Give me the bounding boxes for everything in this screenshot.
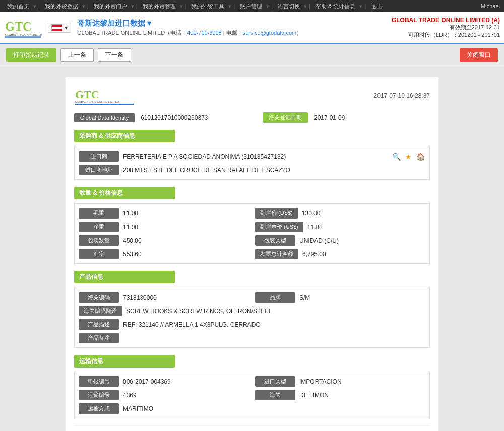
customs-date-value: 2017-01-09 (314, 114, 430, 121)
home-icon[interactable]: 🏠 (415, 152, 425, 162)
unit-price-value: 11.82 (307, 224, 425, 231)
packages-label: 包装数量 (79, 235, 119, 246)
prev-button[interactable]: 上一条 (60, 48, 94, 62)
product-desc-value: REF: 321140 // ARMELLA 1 4X3PULG. CERRAD… (123, 321, 425, 328)
nav-portal[interactable]: 我的外贸门户 (91, 1, 130, 12)
exchange-rate-value: 553.60 (123, 251, 249, 258)
field-icons: 🔍 ★ 🏠 (391, 152, 425, 162)
import-type-value: IMPORTACION (299, 378, 425, 385)
validity-date: 有效期至2017-12-31 (392, 24, 500, 31)
company-name: GLOBAL TRADE ONLINE LIMITED (A) (392, 17, 500, 24)
identity-label: Global Data Identity (74, 113, 135, 122)
importer-address-row: 进口商地址 200 MTS ESTE DEL CRUCE DE SAN RAFA… (79, 165, 425, 175)
header-title-area: 哥斯达黎加进口数据 ▾ GLOBAL TRADE ONLINE LIMITED（… (77, 19, 386, 37)
buyer-supplier-body: 进口商 FERRETERIA E P A SOCIEDAD ANONIMA (3… (74, 147, 430, 180)
transport-no-label: 运输编号 (79, 390, 119, 400)
nav-home[interactable]: 我的首页 (4, 1, 32, 12)
gross-weight-label: 毛重 (79, 208, 119, 219)
header-bar: GTC GLOBAL TRADE ONLINE LIMITED ▾ 哥斯达黎加进… (0, 12, 504, 44)
package-type-value: UNIDAD (C/U) (299, 237, 425, 244)
hs-code-label: 海关编码 (79, 292, 119, 303)
top-toolbar: 打印贸易记录 上一条 下一条 关闭窗口 (0, 44, 504, 66)
nav-trade-data[interactable]: 我的外贸数据 (42, 1, 81, 12)
net-weight-label: 净重 (79, 222, 119, 232)
product-desc-label: 产品描述 (79, 319, 119, 330)
importer-label: 进口商 (79, 151, 119, 162)
hs-description-row: 海关编码翻译 SCREW HOOKS & SCREW RINGS, OF IRO… (79, 306, 425, 316)
product-info-body: 海关编码 7318130000 品牌 S/M 海关编码翻译 SCREW HOOK… (74, 288, 430, 348)
importer-address-label: 进口商地址 (79, 165, 119, 175)
invoice-total-group: 发票总计金额 6,795.00 (255, 249, 425, 259)
qp-row1: 毛重 11.00 到岸价 (US$) 130.00 (79, 208, 425, 219)
importer-address-value: 200 MTS ESTE DEL CRUCE DE SAN RAFAEL DE … (123, 167, 425, 174)
declaration-no-label: 申报编号 (79, 376, 119, 387)
si-row1: 申报编号 006-2017-004369 进口类型 IMPORTACION (79, 376, 425, 387)
arrival-price-label: 到岸价 (US$) (255, 208, 298, 219)
star-icon[interactable]: ★ (403, 152, 413, 162)
customs-label: 海关 (255, 390, 295, 400)
customs-value: DE LIMON (299, 392, 425, 399)
hs-code-group: 海关编码 7318130000 (79, 292, 249, 303)
product-desc-row: 产品描述 REF: 321140 // ARMELLA 1 4X3PULG. C… (79, 319, 425, 330)
svg-text:GLOBAL TRADE ONLINE LIMITED: GLOBAL TRADE ONLINE LIMITED (75, 100, 119, 103)
declaration-no-value: 006-2017-004369 (123, 378, 249, 385)
transport-no-value: 4369 (123, 392, 249, 399)
unit-price-group: 到岸单价 (US$) 11.82 (255, 222, 425, 232)
transport-no-group: 运输编号 4369 (79, 390, 249, 400)
arrival-price-value: 130.00 (302, 210, 425, 217)
shipping-info-body: 申报编号 006-2017-004369 进口类型 IMPORTACION 运输… (74, 372, 430, 418)
qp-row4: 汇率 553.60 发票总计金额 6,795.00 (79, 249, 425, 259)
nav-items: 我的首页 ▾ | 我的外贸数据 ▾ | 我的外贸门户 ▾ | 我的外贸管理 ▾ … (4, 1, 385, 12)
importer-value: FERRETERIA E P A SOCIEDAD ANONIMA (31013… (123, 153, 387, 160)
nav-management[interactable]: 我的外贸管理 (140, 1, 179, 12)
gtc-logo: GTC GLOBAL TRADE ONLINE LIMITED (4, 17, 42, 39)
qp-row3: 包装数量 450.00 包装类型 UNIDAD (C/U) (79, 235, 425, 246)
pi-row1: 海关编码 7318130000 品牌 S/M (79, 292, 425, 303)
identity-value: 61012017010000260373 (141, 114, 257, 121)
nav-language[interactable]: 语言切换 (275, 1, 303, 12)
import-type-label: 进口类型 (255, 376, 295, 387)
exchange-rate-group: 汇率 553.60 (79, 249, 249, 259)
quantity-price-section: 数量 & 价格信息 毛重 11.00 到岸价 (US$) 130.00 净重 1… (74, 187, 430, 264)
close-button[interactable]: 关闭窗口 (460, 48, 498, 62)
flag-arrow: ▾ (65, 24, 68, 31)
gross-weight-group: 毛重 11.00 (79, 208, 249, 219)
transport-mode-row: 运输方式 MARITIMO (79, 403, 425, 414)
svg-text:GLOBAL TRADE ONLINE LIMITED: GLOBAL TRADE ONLINE LIMITED (5, 33, 42, 36)
invoice-total-value: 6,795.00 (302, 251, 425, 258)
next-button[interactable]: 下一条 (98, 48, 131, 62)
customs-group: 海关 DE LIMON (255, 390, 425, 400)
product-info-title: 产品信息 (74, 271, 175, 283)
net-weight-group: 净重 11.00 (79, 222, 249, 232)
packages-value: 450.00 (123, 237, 249, 244)
hs-description-label: 海关编码翻译 (79, 306, 122, 316)
hs-description-value: SCREW HOOKS & SCREW RINGS, OF IRON/STEEL (126, 308, 425, 315)
quantity-price-title: 数量 & 价格信息 (74, 187, 175, 199)
nav-help[interactable]: 帮助 & 统计信息 (312, 1, 358, 12)
importer-row: 进口商 FERRETERIA E P A SOCIEDAD ANONIMA (3… (79, 151, 425, 162)
net-weight-value: 11.00 (123, 224, 249, 231)
package-type-group: 包装类型 UNIDAD (C/U) (255, 235, 425, 246)
nav-account[interactable]: 账户管理 (237, 1, 265, 12)
svg-text:GTC: GTC (5, 20, 32, 33)
card-logo: GTC GLOBAL TRADE ONLINE LIMITED (74, 85, 135, 106)
user-name: Michael (481, 3, 500, 9)
svg-rect-2 (5, 36, 41, 37)
qp-row2: 净重 11.00 到岸单价 (US$) 11.82 (79, 222, 425, 232)
product-note-label: 产品备注 (79, 333, 119, 343)
svg-rect-5 (75, 104, 134, 105)
arrival-price-group: 到岸价 (US$) 130.00 (255, 208, 425, 219)
flag-selector[interactable]: ▾ (48, 23, 71, 33)
print-button[interactable]: 打印贸易记录 (6, 48, 56, 62)
header-contact: GLOBAL TRADE ONLINE LIMITED（电话：400-710-3… (77, 29, 386, 37)
nav-logout[interactable]: 退出 (368, 1, 385, 12)
card-datetime: 2017-07-10 16:28:37 (374, 92, 430, 99)
nav-tools[interactable]: 我的外贸工具 (188, 1, 227, 12)
hs-code-value: 7318130000 (123, 294, 249, 301)
invoice-total-label: 发票总计金额 (255, 249, 298, 259)
search-icon[interactable]: 🔍 (391, 152, 401, 162)
declaration-no-group: 申报编号 006-2017-004369 (79, 376, 249, 387)
brand-value: S/M (299, 294, 425, 301)
main-card: GTC GLOBAL TRADE ONLINE LIMITED 2017-07-… (66, 77, 438, 431)
buyer-supplier-section: 采购商 & 供应商信息 进口商 FERRETERIA E P A SOCIEDA… (74, 130, 430, 180)
